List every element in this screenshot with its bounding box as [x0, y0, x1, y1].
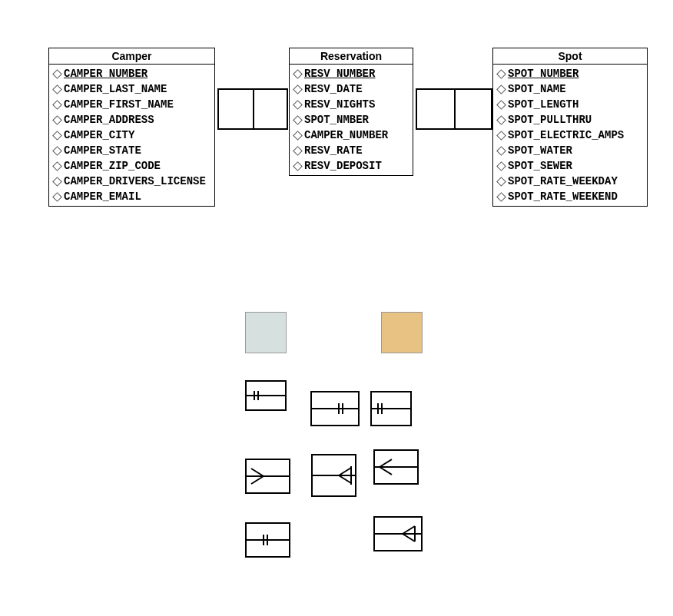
swatch-tan[interactable] — [381, 312, 423, 353]
attr-camper_city: CAMPER_CITY — [54, 128, 210, 143]
glyph-one-center[interactable] — [310, 391, 360, 426]
svg-line-13 — [339, 468, 351, 475]
attr-spot_rate_weekend: SPOT_RATE_WEEKEND — [498, 189, 642, 204]
attr-resv_date: RESV_DATE — [294, 81, 408, 97]
attr-spot_name: SPOT_NAME — [498, 81, 642, 97]
attr-resv_number: RESV_NUMBER — [294, 66, 408, 81]
attr-camper_email: CAMPER_EMAIL — [54, 189, 210, 204]
entity-camper[interactable]: Camper CAMPER_NUMBERCAMPER_LAST_NAMECAMP… — [48, 48, 215, 207]
glyph-one-right[interactable] — [370, 391, 412, 426]
attr-camper_number: CAMPER_NUMBER — [54, 66, 210, 81]
attr-camper_number: CAMPER_NUMBER — [294, 128, 408, 143]
attr-spot_sewer: SPOT_SEWER — [498, 158, 642, 174]
attr-spot_water: SPOT_WATER — [498, 143, 642, 158]
svg-line-23 — [403, 526, 415, 534]
attr-camper_first_name: CAMPER_FIRST_NAME — [54, 97, 210, 112]
svg-line-11 — [251, 476, 264, 484]
attr-camper_address: CAMPER_ADDRESS — [54, 112, 210, 128]
svg-line-24 — [403, 534, 415, 541]
attr-camper_zip_code: CAMPER_ZIP_CODE — [54, 158, 210, 174]
attr-resv_rate: RESV_RATE — [294, 143, 408, 158]
glyph-one-many-right[interactable] — [373, 516, 423, 551]
svg-line-10 — [251, 469, 264, 476]
entity-title: Reservation — [290, 48, 413, 65]
attr-resv_deposit: RESV_DEPOSIT — [294, 158, 408, 174]
relation-camper-reservation[interactable] — [217, 88, 288, 130]
glyph-many-left[interactable] — [245, 459, 290, 494]
glyph-one-only[interactable] — [245, 522, 290, 558]
attr-spot_number: SPOT_NUMBER — [498, 66, 642, 81]
entity-attrs: CAMPER_NUMBERCAMPER_LAST_NAMECAMPER_FIRS… — [49, 65, 214, 206]
entity-title: Spot — [493, 48, 647, 65]
erd-canvas: Camper CAMPER_NUMBERCAMPER_LAST_NAMECAMP… — [0, 0, 673, 616]
relation-reservation-spot[interactable] — [416, 88, 492, 130]
attr-resv_nights: RESV_NIGHTS — [294, 97, 408, 112]
glyph-many-center[interactable] — [311, 454, 356, 497]
entity-spot[interactable]: Spot SPOT_NUMBERSPOT_NAMESPOT_LENGTHSPOT… — [492, 48, 648, 207]
glyph-many-right[interactable] — [373, 449, 419, 485]
entity-attrs: RESV_NUMBERRESV_DATERESV_NIGHTSSPOT_NMBE… — [290, 65, 413, 175]
svg-line-17 — [380, 459, 392, 467]
svg-line-18 — [380, 467, 392, 475]
attr-camper_last_name: CAMPER_LAST_NAME — [54, 81, 210, 97]
entity-title: Camper — [49, 48, 214, 65]
attr-spot_rate_weekday: SPOT_RATE_WEEKDAY — [498, 174, 642, 189]
glyph-one-left[interactable] — [245, 380, 287, 411]
attr-spot_pullthru: SPOT_PULLTHRU — [498, 112, 642, 128]
attr-camper_state: CAMPER_STATE — [54, 143, 210, 158]
entity-attrs: SPOT_NUMBERSPOT_NAMESPOT_LENGTHSPOT_PULL… — [493, 65, 647, 206]
attr-spot_nmber: SPOT_NMBER — [294, 112, 408, 128]
attr-spot_electric_amps: SPOT_ELECTRIC_AMPS — [498, 128, 642, 143]
svg-line-14 — [339, 475, 351, 483]
attr-spot_length: SPOT_LENGTH — [498, 97, 642, 112]
entity-reservation[interactable]: Reservation RESV_NUMBERRESV_DATERESV_NIG… — [289, 48, 413, 176]
attr-camper_drivers_license: CAMPER_DRIVERS_LICENSE — [54, 174, 210, 189]
swatch-light[interactable] — [245, 312, 287, 353]
